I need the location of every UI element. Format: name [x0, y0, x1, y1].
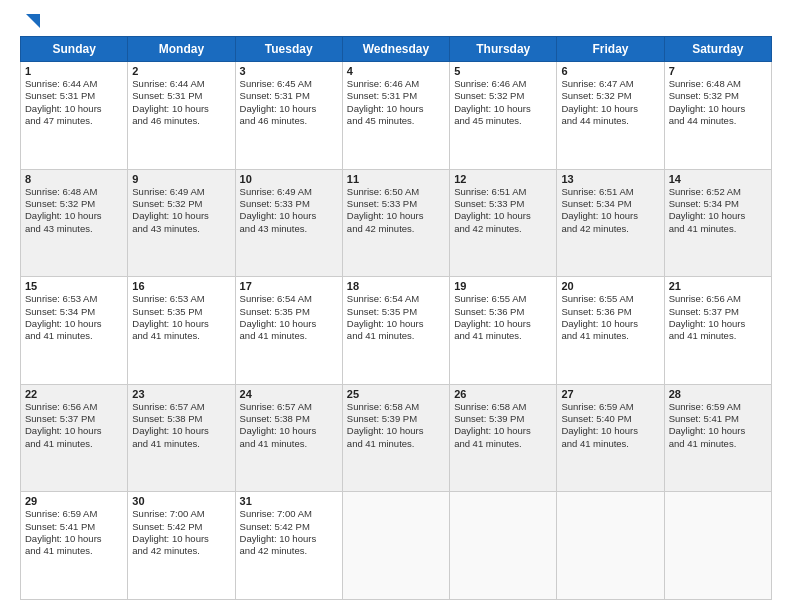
day-info-line: Daylight: 10 hours	[454, 210, 552, 222]
day-info-line: Sunset: 5:31 PM	[25, 90, 123, 102]
day-info-line: Sunset: 5:34 PM	[25, 306, 123, 318]
day-info-line: Sunrise: 6:44 AM	[132, 78, 230, 90]
day-info-line: Sunset: 5:41 PM	[25, 521, 123, 533]
day-number: 24	[240, 388, 338, 400]
calendar-cell: 22Sunrise: 6:56 AMSunset: 5:37 PMDayligh…	[21, 384, 128, 492]
day-info-line: Sunrise: 6:54 AM	[240, 293, 338, 305]
day-info-line: and 43 minutes.	[25, 223, 123, 235]
day-info-line: Sunrise: 6:46 AM	[347, 78, 445, 90]
day-info-line: Daylight: 10 hours	[25, 425, 123, 437]
day-info-line: and 41 minutes.	[132, 330, 230, 342]
day-info-line: and 41 minutes.	[561, 330, 659, 342]
day-header-friday: Friday	[557, 37, 664, 62]
day-info-line: Daylight: 10 hours	[240, 425, 338, 437]
calendar-cell: 1Sunrise: 6:44 AMSunset: 5:31 PMDaylight…	[21, 62, 128, 170]
day-info-line: and 42 minutes.	[454, 223, 552, 235]
day-info-line: Sunset: 5:38 PM	[132, 413, 230, 425]
day-info-line: Sunrise: 6:47 AM	[561, 78, 659, 90]
day-number: 19	[454, 280, 552, 292]
day-info-line: Sunrise: 6:56 AM	[669, 293, 767, 305]
day-number: 7	[669, 65, 767, 77]
day-info-line: and 46 minutes.	[132, 115, 230, 127]
day-info-line: Sunrise: 6:48 AM	[669, 78, 767, 90]
day-info-line: and 44 minutes.	[561, 115, 659, 127]
calendar-cell: 7Sunrise: 6:48 AMSunset: 5:32 PMDaylight…	[664, 62, 771, 170]
day-info-line: Daylight: 10 hours	[669, 318, 767, 330]
calendar-cell: 25Sunrise: 6:58 AMSunset: 5:39 PMDayligh…	[342, 384, 449, 492]
day-info-line: Daylight: 10 hours	[132, 425, 230, 437]
day-info-line: Sunset: 5:32 PM	[25, 198, 123, 210]
day-info-line: and 42 minutes.	[240, 545, 338, 557]
day-info-line: and 41 minutes.	[669, 330, 767, 342]
day-info-line: Sunrise: 6:45 AM	[240, 78, 338, 90]
day-number: 9	[132, 173, 230, 185]
calendar-cell: 20Sunrise: 6:55 AMSunset: 5:36 PMDayligh…	[557, 277, 664, 385]
day-info-line: and 41 minutes.	[25, 545, 123, 557]
day-info-line: Sunset: 5:33 PM	[347, 198, 445, 210]
day-info-line: and 41 minutes.	[454, 330, 552, 342]
day-info-line: Daylight: 10 hours	[669, 103, 767, 115]
day-info-line: Sunset: 5:31 PM	[347, 90, 445, 102]
day-info-line: Sunset: 5:42 PM	[240, 521, 338, 533]
day-header-wednesday: Wednesday	[342, 37, 449, 62]
calendar-cell: 31Sunrise: 7:00 AMSunset: 5:42 PMDayligh…	[235, 492, 342, 600]
day-info-line: Daylight: 10 hours	[347, 318, 445, 330]
day-info-line: and 45 minutes.	[347, 115, 445, 127]
day-number: 23	[132, 388, 230, 400]
day-info-line: and 41 minutes.	[240, 330, 338, 342]
day-info-line: Sunrise: 6:48 AM	[25, 186, 123, 198]
day-info-line: Sunset: 5:35 PM	[347, 306, 445, 318]
day-info-line: Daylight: 10 hours	[240, 210, 338, 222]
day-info-line: and 42 minutes.	[132, 545, 230, 557]
calendar-cell: 28Sunrise: 6:59 AMSunset: 5:41 PMDayligh…	[664, 384, 771, 492]
day-number: 4	[347, 65, 445, 77]
day-info-line: Daylight: 10 hours	[132, 533, 230, 545]
day-number: 30	[132, 495, 230, 507]
day-info-line: Daylight: 10 hours	[132, 103, 230, 115]
logo-arrow-icon	[22, 10, 44, 32]
day-info-line: Sunset: 5:32 PM	[669, 90, 767, 102]
day-info-line: and 41 minutes.	[669, 223, 767, 235]
calendar-week-2: 15Sunrise: 6:53 AMSunset: 5:34 PMDayligh…	[21, 277, 772, 385]
day-info-line: and 41 minutes.	[25, 438, 123, 450]
calendar-cell: 18Sunrise: 6:54 AMSunset: 5:35 PMDayligh…	[342, 277, 449, 385]
calendar-table: SundayMondayTuesdayWednesdayThursdayFrid…	[20, 36, 772, 600]
day-number: 16	[132, 280, 230, 292]
day-info-line: Sunset: 5:36 PM	[561, 306, 659, 318]
day-info-line: Sunset: 5:38 PM	[240, 413, 338, 425]
day-info-line: Daylight: 10 hours	[347, 425, 445, 437]
logo	[20, 18, 44, 28]
day-info-line: Sunset: 5:32 PM	[454, 90, 552, 102]
day-info-line: Sunset: 5:37 PM	[669, 306, 767, 318]
calendar-week-4: 29Sunrise: 6:59 AMSunset: 5:41 PMDayligh…	[21, 492, 772, 600]
day-info-line: Sunrise: 6:49 AM	[240, 186, 338, 198]
day-info-line: and 46 minutes.	[240, 115, 338, 127]
day-number: 14	[669, 173, 767, 185]
day-info-line: and 45 minutes.	[454, 115, 552, 127]
day-info-line: Sunrise: 7:00 AM	[132, 508, 230, 520]
day-number: 31	[240, 495, 338, 507]
day-number: 11	[347, 173, 445, 185]
day-info-line: Daylight: 10 hours	[25, 210, 123, 222]
calendar-cell	[450, 492, 557, 600]
day-number: 6	[561, 65, 659, 77]
day-info-line: Daylight: 10 hours	[132, 210, 230, 222]
day-info-line: Sunset: 5:42 PM	[132, 521, 230, 533]
day-info-line: Daylight: 10 hours	[240, 533, 338, 545]
page: SundayMondayTuesdayWednesdayThursdayFrid…	[0, 0, 792, 612]
day-info-line: Daylight: 10 hours	[240, 318, 338, 330]
day-info-line: Sunrise: 6:55 AM	[454, 293, 552, 305]
day-number: 2	[132, 65, 230, 77]
day-info-line: Sunset: 5:39 PM	[454, 413, 552, 425]
day-number: 21	[669, 280, 767, 292]
day-info-line: and 41 minutes.	[454, 438, 552, 450]
day-number: 15	[25, 280, 123, 292]
calendar-cell: 19Sunrise: 6:55 AMSunset: 5:36 PMDayligh…	[450, 277, 557, 385]
day-info-line: Daylight: 10 hours	[25, 533, 123, 545]
day-info-line: Daylight: 10 hours	[240, 103, 338, 115]
day-info-line: Sunrise: 6:49 AM	[132, 186, 230, 198]
day-number: 29	[25, 495, 123, 507]
calendar-cell: 4Sunrise: 6:46 AMSunset: 5:31 PMDaylight…	[342, 62, 449, 170]
day-info-line: and 41 minutes.	[132, 438, 230, 450]
calendar-cell	[664, 492, 771, 600]
